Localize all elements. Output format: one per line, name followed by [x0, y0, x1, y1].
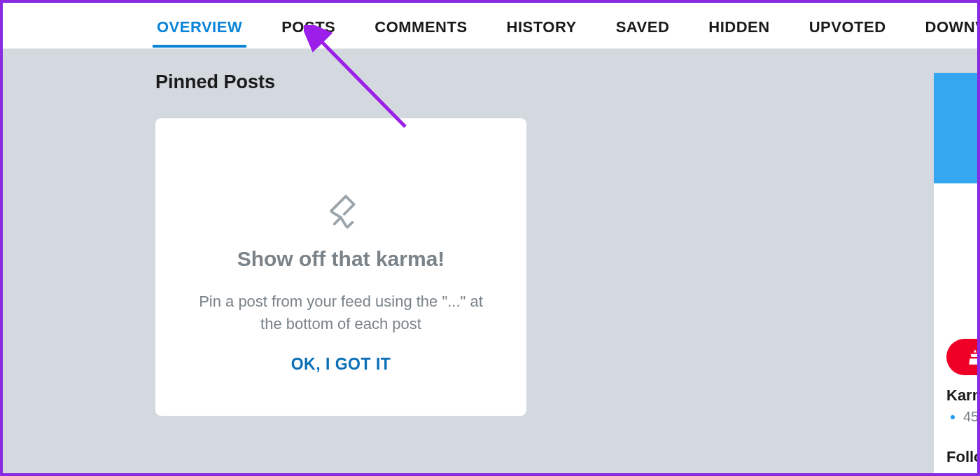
tab-posts[interactable]: POSTS — [277, 6, 340, 46]
profile-tabs: OVERVIEW POSTS COMMENTS HISTORY SAVED HI… — [3, 3, 977, 49]
ok-got-it-button[interactable]: OK, I GOT IT — [291, 355, 391, 374]
empty-desc: Pin a post from your feed using the "...… — [176, 290, 505, 335]
svg-point-0 — [951, 415, 955, 419]
karma-count: 45 — [963, 409, 979, 425]
tab-downvoted[interactable]: DOWNVOTED — [921, 6, 980, 46]
pin-icon — [176, 190, 505, 229]
content-area: Pinned Posts Show off that karma! Pin a … — [3, 49, 977, 416]
tab-overview[interactable]: OVERVIEW — [153, 6, 246, 46]
karma-label: Karma — [946, 386, 980, 405]
tab-upvoted[interactable]: UPVOTED — [805, 6, 890, 46]
followers-label: Followers — [946, 448, 980, 466]
profile-sidebar: Karma 45 Followers — [934, 73, 980, 476]
pinned-posts-heading: Pinned Posts — [155, 71, 977, 93]
karma-value: 45 — [946, 409, 979, 425]
sidebar-banner — [934, 73, 980, 183]
tab-history[interactable]: HISTORY — [503, 6, 581, 46]
tab-hidden[interactable]: HIDDEN — [704, 6, 774, 46]
style-avatar-button[interactable] — [946, 339, 980, 375]
empty-title: Show off that karma! — [176, 247, 505, 271]
app-frame: OVERVIEW POSTS COMMENTS HISTORY SAVED HI… — [0, 0, 980, 476]
tab-comments[interactable]: COMMENTS — [370, 6, 471, 46]
pinned-empty-card: Show off that karma! Pin a post from you… — [155, 118, 526, 416]
tab-saved[interactable]: SAVED — [612, 6, 674, 46]
karma-icon — [946, 411, 959, 424]
